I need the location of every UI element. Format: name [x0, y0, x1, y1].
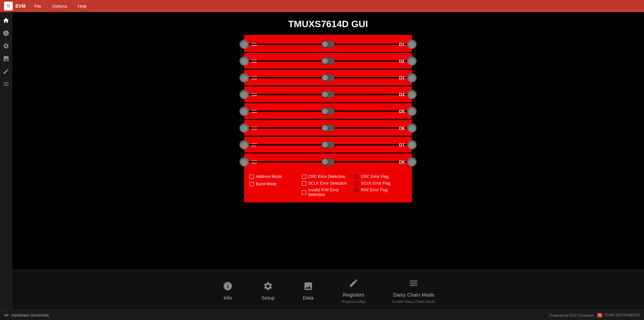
app-title: EVM: [15, 3, 25, 9]
switch-panel: S1 D1 S2 D2 S3: [244, 35, 412, 202]
toggle-switch-s6[interactable]: [321, 125, 335, 131]
switch-row-s7: S7 D7: [244, 137, 412, 153]
file-menu[interactable]: File: [32, 2, 43, 10]
sidebar-edit-icon[interactable]: [1, 66, 11, 76]
drain-label-s5: D5: [399, 109, 405, 114]
info-nav-icon: [221, 279, 234, 293]
registers-nav-icon: [347, 276, 360, 290]
invalid-rw-detection-checkbox[interactable]: [302, 190, 306, 195]
daisy-chain-nav-sublabel: Enable Daisy Chain Mode: [392, 300, 435, 304]
terminal-left-s5: [239, 107, 249, 116]
terminal-left-s2: [239, 56, 249, 66]
page-title: TMUXS7614D GUI: [288, 19, 368, 29]
sidebar: [0, 12, 12, 310]
address-mode-checkbox[interactable]: [250, 175, 254, 179]
crc-error-detection-label: CRC Error Detection: [308, 174, 345, 179]
nav-info[interactable]: Info: [221, 279, 234, 301]
status-bar: Hardware connected. Powered by GUI Compo…: [0, 310, 644, 320]
sidebar-list-icon[interactable]: [1, 79, 11, 89]
sidebar-home-icon[interactable]: [1, 15, 11, 25]
registers-nav-label: Registers: [343, 292, 364, 298]
data-nav-label: Data: [303, 295, 314, 301]
terminal-right-s2: [407, 56, 417, 66]
daisy-chain-nav-label: Daisy Chain Mode: [393, 292, 434, 298]
main-content: TMUXS7614D GUI S1 D1 S2 D2: [12, 12, 644, 310]
terminal-left-s8: [239, 157, 249, 167]
toggle-switch-s7[interactable]: [321, 141, 335, 148]
toggle-knob-s4: [322, 91, 328, 98]
powered-by-label: Powered by GUI Composer: [549, 313, 595, 317]
sclk-error-detection-label: SCLK Error Detection: [308, 181, 347, 186]
terminal-right-s4: [407, 90, 417, 99]
switch-row-s8: S8 D8: [244, 153, 412, 170]
terminal-right-s3: [407, 73, 417, 82]
status-left: Hardware connected.: [4, 313, 50, 318]
data-nav-icon: [302, 279, 315, 293]
rw-error-flag-indicator: [354, 188, 359, 192]
switch-row-s1: S1 D1: [244, 36, 412, 53]
toggle-switch-s8[interactable]: [321, 158, 335, 165]
link-icon: [4, 313, 9, 318]
ti-logo-icon: TI: [4, 2, 13, 10]
setup-nav-label: Setup: [261, 295, 274, 301]
options-menu[interactable]: Options: [50, 2, 69, 10]
switch-row-s2: S2 D2: [244, 53, 412, 70]
switch-row-s3: S3 D3: [244, 70, 412, 86]
toggle-knob-s7: [322, 142, 328, 148]
rw-error-flag-label: R/W Error Flag: [361, 188, 388, 192]
toggle-knob-s2: [322, 58, 328, 64]
sclk-error-detection-checkbox[interactable]: [302, 181, 306, 186]
switch-row-s6: S6 D6: [244, 120, 412, 137]
switch-inner-s3: S3 D3: [249, 70, 407, 85]
burst-mode-checkbox[interactable]: [250, 182, 254, 186]
terminal-left-s7: [239, 140, 249, 149]
drain-label-s4: D4: [399, 92, 405, 97]
toggle-switch-s3[interactable]: [321, 74, 335, 81]
toggle-switch-s5[interactable]: [321, 108, 335, 115]
sidebar-info-icon[interactable]: [1, 28, 11, 38]
toggle-switch-s1[interactable]: [321, 41, 335, 48]
status-right: Powered by GUI Composer TI TEXAS INSTRUM…: [549, 313, 640, 318]
hardware-status: Hardware connected.: [11, 313, 50, 318]
toggle-knob-s1: [322, 41, 328, 47]
crc-error-flag-indicator: [354, 174, 359, 179]
toggle-knob-s8: [322, 159, 328, 165]
sidebar-settings-icon[interactable]: [1, 41, 11, 51]
toggle-switch-s4[interactable]: [321, 91, 335, 98]
terminal-left-s1: [239, 40, 249, 49]
switch-inner-s1: S1 D1: [249, 36, 407, 52]
crc-error-detection-row: CRC Error Detection: [302, 174, 354, 179]
invalid-rw-detection-row: Invalid R/W Error Detection: [302, 188, 354, 197]
sclk-error-flag-label: SCLK Error Flag: [361, 181, 390, 186]
terminal-right-s1: [407, 40, 417, 49]
toggle-knob-s6: [322, 125, 328, 131]
ti-text: TEXAS INSTRUMENTS: [604, 313, 640, 317]
nav-daisy-chain[interactable]: Daisy Chain Mode Enable Daisy Chain Mode: [392, 276, 435, 304]
burst-mode-checkbox-row: Burst Mode: [250, 182, 302, 186]
info-nav-label: Info: [223, 295, 232, 301]
drain-label-s8: D8: [399, 159, 405, 165]
nav-setup[interactable]: Setup: [261, 279, 275, 301]
toggle-switch-s2[interactable]: [321, 58, 335, 64]
crc-error-detection-checkbox[interactable]: [302, 175, 306, 179]
switch-inner-s4: S4 D4: [249, 86, 407, 102]
drain-label-s2: D2: [399, 58, 405, 63]
nav-data[interactable]: Data: [302, 279, 315, 301]
terminal-left-s4: [239, 90, 249, 99]
ti-brand: TI: [597, 313, 602, 318]
switch-inner-s5: S5 D5: [249, 103, 407, 119]
drain-label-s3: D3: [399, 75, 405, 80]
help-menu[interactable]: Help: [76, 2, 89, 10]
sidebar-image-icon[interactable]: [1, 54, 11, 64]
switch-inner-s8: S8 D8: [249, 153, 407, 170]
nav-registers[interactable]: Registers Registers Map: [342, 276, 366, 304]
terminal-right-s8: [407, 157, 417, 167]
crc-error-flag-label: CRC Error Flag: [361, 174, 389, 179]
drain-label-s6: D6: [399, 125, 405, 130]
terminal-right-s5: [407, 107, 417, 116]
drain-label-s7: D7: [399, 142, 405, 147]
toggle-knob-s5: [322, 108, 328, 114]
switch-inner-s7: S7 D7: [249, 137, 407, 152]
address-mode-label: Address Mode: [256, 174, 282, 179]
sclk-error-flag-indicator: [354, 181, 359, 186]
